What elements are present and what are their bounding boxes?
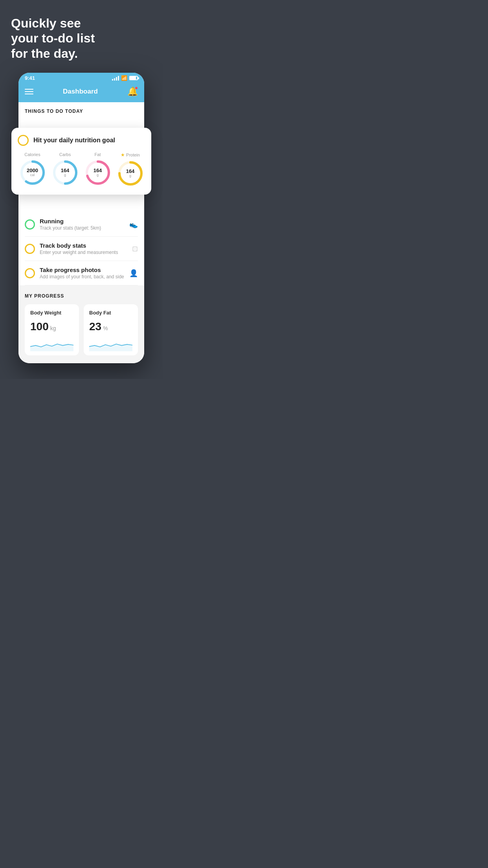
nutrition-label-text: Fat xyxy=(95,152,101,157)
progress-card-body-fat[interactable]: Body Fat23% xyxy=(84,304,138,355)
card-title: Hit your daily nutrition goal xyxy=(33,137,115,144)
donut-center: 2000cal xyxy=(27,168,38,177)
progress-unit: kg xyxy=(50,325,56,331)
todo-desc: Track your stats (target: 5km) xyxy=(40,225,125,231)
todo-desc: Add images of your front, back, and side xyxy=(40,274,125,280)
nav-bar: Dashboard 🔔 xyxy=(18,83,144,102)
progress-card-title: Body Weight xyxy=(30,310,73,316)
progress-section: MY PROGRESS Body Weight100kg Body Fat23% xyxy=(18,285,144,363)
todo-item[interactable]: Track body statsEnter your weight and me… xyxy=(25,237,138,261)
section-title: THINGS TO DO TODAY xyxy=(25,108,138,114)
background-page: Quickly see your to-do list for the day.… xyxy=(0,0,163,379)
headline-line2: your to-do list xyxy=(11,31,95,45)
donut-center: 164g xyxy=(61,168,70,177)
todo-item[interactable]: Take progress photosAdd images of your f… xyxy=(25,261,138,285)
progress-unit: % xyxy=(103,325,108,331)
headline-line3: for the day. xyxy=(11,46,78,61)
donut-center: 164g xyxy=(94,168,102,177)
progress-value: 100 xyxy=(30,320,49,333)
wifi-icon: 📶 xyxy=(121,75,127,81)
time: 9:41 xyxy=(25,75,35,81)
nutrition-label-text: Calories xyxy=(24,152,40,157)
phone-container: Hit your daily nutrition goal Calories 2… xyxy=(18,73,144,363)
todo-desc: Enter your weight and measurements xyxy=(40,250,127,255)
todo-text: Track body statsEnter your weight and me… xyxy=(40,242,127,255)
notification-bell-icon[interactable]: 🔔 xyxy=(127,86,138,97)
progress-grid: Body Weight100kg Body Fat23% xyxy=(25,304,138,363)
wave-chart xyxy=(89,337,132,352)
todo-item-icon: 👤 xyxy=(129,269,138,278)
progress-value-row: 100kg xyxy=(30,320,73,333)
nutrition-item-protein: ★Protein 164g xyxy=(117,152,144,187)
card-circle-check xyxy=(18,135,29,146)
hamburger-menu[interactable] xyxy=(25,89,33,94)
donut-unit: g xyxy=(126,174,135,178)
wave-chart xyxy=(30,337,73,352)
nutrition-card: Hit your daily nutrition goal Calories 2… xyxy=(11,128,151,195)
todo-text: RunningTrack your stats (target: 5km) xyxy=(40,218,125,231)
todo-text: Take progress photosAdd images of your f… xyxy=(40,267,125,280)
nutrition-item-carbs: Carbs 164g xyxy=(52,152,79,187)
donut-value: 2000 xyxy=(27,168,38,173)
donut-value: 164 xyxy=(94,168,102,173)
progress-title: MY PROGRESS xyxy=(25,293,138,299)
todo-name: Running xyxy=(40,218,125,224)
todo-item-icon: ⊡ xyxy=(132,245,138,253)
nutrition-item-calories: Calories 2000cal xyxy=(19,152,46,187)
todo-circle-green xyxy=(25,219,35,230)
progress-value-row: 23% xyxy=(89,320,132,333)
todo-circle-yellow xyxy=(25,244,35,254)
todo-list: RunningTrack your stats (target: 5km)👟Tr… xyxy=(25,212,138,285)
progress-value: 23 xyxy=(89,320,101,333)
phone-inner: 9:41 📶 Dashboard 🔔 xyxy=(18,73,144,363)
nutrition-label-text: Carbs xyxy=(59,152,71,157)
nutrition-grid: Calories 2000calCarbs 164gFat 164g★Prote… xyxy=(18,152,145,187)
donut-value: 164 xyxy=(126,169,135,174)
nav-title: Dashboard xyxy=(63,88,98,96)
nutrition-item-fat: Fat 164g xyxy=(84,152,111,187)
todo-item-icon: 👟 xyxy=(129,220,138,229)
donut-ring-carbs: 164g xyxy=(52,159,79,186)
progress-card-body-weight[interactable]: Body Weight100kg xyxy=(25,304,79,355)
donut-unit: cal xyxy=(27,173,38,177)
todo-name: Track body stats xyxy=(40,242,127,249)
headline: Quickly see your to-do list for the day. xyxy=(8,16,155,61)
notification-dot xyxy=(135,86,138,90)
donut-ring-protein: 164g xyxy=(117,160,144,187)
donut-ring-calories: 2000cal xyxy=(19,159,46,186)
nutrition-label-text: Protein xyxy=(126,153,140,157)
status-right: 📶 xyxy=(112,75,138,81)
donut-center: 164g xyxy=(126,169,135,178)
donut-ring-fat: 164g xyxy=(84,159,111,186)
star-icon: ★ xyxy=(121,152,125,158)
donut-unit: g xyxy=(61,173,70,177)
donut-value: 164 xyxy=(61,168,70,173)
card-header: Hit your daily nutrition goal xyxy=(18,135,145,146)
donut-unit: g xyxy=(94,173,102,177)
headline-line1: Quickly see xyxy=(11,16,81,30)
todo-item[interactable]: RunningTrack your stats (target: 5km)👟 xyxy=(25,212,138,237)
progress-card-title: Body Fat xyxy=(89,310,132,316)
battery-icon xyxy=(129,76,138,80)
todo-name: Take progress photos xyxy=(40,267,125,273)
signal-icon xyxy=(112,76,119,81)
todo-circle-yellow xyxy=(25,268,35,278)
status-bar: 9:41 📶 xyxy=(18,73,144,83)
